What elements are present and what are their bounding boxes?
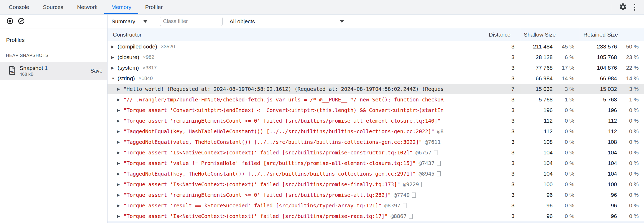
table-row[interactable]: ▶(compiled code)×35203211 48445 %233 576… [108,41,644,52]
table-row[interactable]: ▶"Hello world! (Requested at: 2024-08-19… [108,84,644,94]
table-row[interactable]: ▶"Torque assert 'value != PromiseHole' f… [108,158,644,168]
expand-arrow-icon[interactable]: ▶ [117,172,121,176]
size-value: 96 [611,213,617,219]
shallow-size-cell: 1040 % [520,168,580,179]
size-percent: 23 % [617,54,639,60]
grid-bottom-strip [108,221,644,223]
table-row[interactable]: ▶(system)×3817377 76817 %104 87622 % [108,63,644,73]
chevron-down-icon [143,20,147,23]
expand-arrow-icon[interactable]: ▶ [117,182,121,186]
object-id: @8867 [391,213,406,219]
size-value: 104 [608,171,617,177]
size-percent: 0 % [553,160,574,166]
distance-cell: 3 [485,147,520,158]
column-header-shallow-size[interactable]: Shallow Size [520,28,580,41]
table-row[interactable]: ▶"Torque assert 'Is<NativeContext>(conte… [108,147,644,158]
table-row[interactable]: ▶"Torque assert 'remainingElementsCount … [108,190,644,200]
shallow-size-cell: 1120 % [520,126,580,137]
collapse-arrow-icon[interactable]: ▼ [111,76,115,81]
size-value: 28 128 [536,54,553,60]
expand-arrow-icon[interactable]: ▶ [117,87,121,91]
expand-arrow-icon[interactable]: ▶ [117,203,121,208]
size-value: 104 876 [597,65,617,71]
constructor-name: "TaggedNotEqual(value, TheHoleConstant()… [123,139,422,145]
clear-profiles-icon[interactable] [18,17,25,26]
tab-sources[interactable]: Sources [36,0,70,14]
retained-size-cell: 1040 % [580,147,644,158]
size-percent: 0 % [617,160,639,166]
constructor-name: "Torque assert 'result == kStoreSucceded… [123,202,382,209]
toolbar-divider [611,4,611,11]
distance-cell: 3 [485,168,520,179]
table-row[interactable]: ▶"TaggedNotEqual(key, HashTableHoleConst… [108,126,644,137]
expand-arrow-icon[interactable]: ▶ [117,193,121,197]
size-value: 96 [547,202,553,209]
tab-memory[interactable]: Memory [104,0,138,14]
size-percent: 0 % [617,139,639,145]
object-glyph-icon [437,171,441,176]
tab-network[interactable]: Network [70,0,104,14]
expand-arrow-icon[interactable]: ▶ [117,129,121,133]
size-value: 96 [611,202,617,209]
table-row[interactable]: ▶"Torque assert 'result == kStoreSuccede… [108,200,644,211]
table-row[interactable]: ▶"TaggedNotEqual(key, TheHoleConstant())… [108,168,644,179]
tab-console[interactable]: Console [2,0,36,14]
object-scope-select[interactable]: All objects [230,18,347,25]
expand-arrow-icon[interactable]: ▶ [117,97,121,102]
retained-size-cell: 960 % [580,211,644,221]
table-row[interactable]: ▼(string)×1840366 98414 %66 98414 % [108,73,644,84]
table-row[interactable]: ▶"Torque assert 'Convert<uintptr>(endInd… [108,105,644,115]
tab-profiler[interactable]: Profiler [138,0,170,14]
settings-button[interactable] [617,1,629,13]
retained-size-cell: 1120 % [580,115,644,126]
table-row[interactable]: ▶"TaggedNotEqual(value, TheHoleConstant(… [108,137,644,147]
column-header-distance[interactable]: Distance [485,28,520,41]
table-row[interactable]: ▶"Torque assert 'Is<NativeContext>(conte… [108,211,644,221]
perspective-select[interactable]: Summary [111,18,147,25]
column-header-constructor[interactable]: Constructor [108,28,485,41]
expand-arrow-icon[interactable]: ▶ [117,214,121,218]
column-header-retained-size[interactable]: Retained Size [580,28,644,41]
record-heap-snapshot-icon[interactable] [6,17,14,26]
snapshot-list-item[interactable]: % Snapshot 1 468 kB Save [0,62,107,80]
table-row[interactable]: ▶"Torque assert 'remainingElementsCount … [108,115,644,126]
size-value: 104 [608,160,617,166]
devtools-tabbar: Console Sources Network Memory Profiler [0,0,644,15]
expand-arrow-icon[interactable]: ▶ [117,108,121,112]
distance-cell: 3 [485,94,520,105]
snapshot-meta: Snapshot 1 468 kB [20,65,48,77]
constructor-cell: ▶"Hello world! (Requested at: 2024-08-19… [108,84,485,94]
more-options-button[interactable] [629,1,640,13]
heap-snapshot-grid: Constructor Distance Shallow Size Retain… [108,28,644,223]
expand-arrow-icon[interactable]: ▶ [117,161,121,165]
shallow-size-cell: 77 76817 % [520,63,580,73]
shallow-size-cell: 15 0323 % [520,84,580,94]
expand-arrow-icon[interactable]: ▶ [111,55,115,59]
object-id: @8945 [419,171,435,177]
size-percent: 45 % [553,43,574,50]
constructor-cell: ▶"// .wrangler/tmp/bundle-FmNIt0/checked… [108,94,485,105]
table-row[interactable]: ▶"// .wrangler/tmp/bundle-FmNIt0/checked… [108,94,644,105]
table-row[interactable]: ▶"Torque assert 'Is<NativeContext>(conte… [108,179,644,190]
shallow-size-cell: 211 48445 % [520,41,580,52]
expand-arrow-icon[interactable]: ▶ [111,66,115,70]
constructor-name: "TaggedNotEqual(key, TheHoleConstant()) … [123,171,416,177]
retained-size-cell: 1080 % [580,137,644,147]
snapshot-save-link[interactable]: Save [90,68,102,74]
expand-arrow-icon[interactable]: ▶ [117,150,121,155]
retained-size-cell: 66 98414 % [580,73,644,84]
constructor-name: (compiled code) [118,43,157,50]
class-filter-input[interactable] [160,17,223,26]
object-id: @6757 [415,149,431,156]
expand-arrow-icon[interactable]: ▶ [111,44,115,49]
constructor-cell: ▶"TaggedNotEqual(key, TheHoleConstant())… [108,168,485,179]
size-percent: 0 % [553,118,574,124]
expand-arrow-icon[interactable]: ▶ [117,140,121,144]
profiles-sidebar: Profiles HEAP SNAPSHOTS % Snapshot 1 468… [0,15,108,223]
table-row[interactable]: ▶(closure)×982328 1286 %105 76823 % [108,52,644,63]
expand-arrow-icon[interactable]: ▶ [117,119,121,123]
heap-snapshot-file-icon: % [8,66,16,76]
size-value: 112 [608,118,617,124]
constructor-cell: ▶"Torque assert 'Convert<uintptr>(endInd… [108,105,485,115]
size-value: 15 032 [536,86,553,92]
